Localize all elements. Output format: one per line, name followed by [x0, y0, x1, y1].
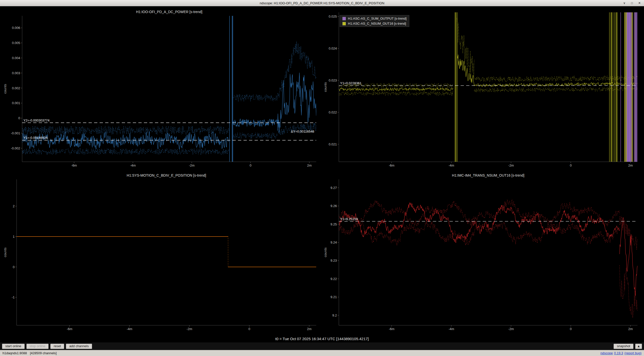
- svg-text:0: 0: [13, 265, 15, 269]
- chart-ioo-ofi-pd-a-dc-power[interactable]: 0.0060.0050.0040.0030.0020.0010-0.001-0.…: [3, 8, 321, 170]
- svg-text:9.22: 9.22: [331, 277, 337, 281]
- svg-text:-6m: -6m: [67, 327, 72, 331]
- stop-online-button[interactable]: stop online: [26, 344, 49, 349]
- svg-text:0.006: 0.006: [12, 26, 20, 30]
- svg-text:9.23: 9.23: [331, 259, 337, 262]
- svg-text:counts: counts: [3, 247, 7, 257]
- svg-text:-2m: -2m: [508, 164, 514, 167]
- svg-text:-0.001: -0.001: [11, 131, 20, 135]
- svg-text:H1:IOO-OFI_PD_A_DC_POWER [s-tr: H1:IOO-OFI_PD_A_DC_POWER [s-trend]: [136, 10, 203, 14]
- svg-text:counts: counts: [324, 247, 327, 257]
- chart-imc-im4-trans-nsum-out16[interactable]: 9.279.269.259.249.239.229.219.2-6m-4m-2m…: [323, 172, 641, 334]
- svg-text:0.022: 0.022: [329, 110, 337, 114]
- svg-text:0.021: 0.021: [329, 142, 337, 146]
- svg-text:1: 1: [13, 235, 15, 239]
- svg-text:9.25: 9.25: [331, 222, 337, 226]
- t0-row: t0 = Tue Oct 07 2025 16:34:47 UTC [14438…: [0, 335, 644, 342]
- nds-server-label: h1daqnds1:8088: [3, 351, 27, 355]
- status-left: h1daqnds1:8088 [428509 channels]: [3, 351, 57, 355]
- svg-text:Y2=-0.000303774: Y2=-0.000303774: [23, 118, 50, 122]
- svg-text:-2m: -2m: [508, 327, 514, 331]
- svg-text:0: 0: [250, 164, 251, 167]
- svg-text:-0.002: -0.002: [11, 146, 20, 150]
- plot-panel-asc-as-c: 0.0250.0240.0230.0220.021-6m-4m-2m02mcou…: [323, 8, 641, 170]
- svg-text:0.002: 0.002: [12, 86, 20, 90]
- add-channels-button[interactable]: add channels: [66, 344, 92, 349]
- svg-text:2m: 2m: [307, 164, 312, 167]
- svg-text:ΔY=0.00116548: ΔY=0.00116548: [291, 130, 314, 133]
- svg-text:counts: counts: [324, 82, 327, 92]
- report-bug-link[interactable]: (report bug): [624, 351, 641, 355]
- svg-text:-6m: -6m: [71, 164, 77, 167]
- svg-text:9.24: 9.24: [331, 241, 337, 244]
- svg-text:9.21: 9.21: [331, 295, 337, 299]
- svg-text:0: 0: [18, 116, 20, 120]
- status-bar: h1daqnds1:8088 [428509 channels] ndscope…: [0, 350, 644, 356]
- svg-text:0.005: 0.005: [12, 41, 20, 45]
- window-title: ndscope: H1:IOO-OFI_PD_A_DC_POWER H1:SYS…: [260, 1, 384, 5]
- svg-text:9.27: 9.27: [331, 186, 337, 190]
- svg-text:-2m: -2m: [187, 327, 192, 331]
- svg-text:-4m: -4m: [449, 164, 454, 167]
- svg-text:-1: -1: [12, 295, 15, 299]
- svg-text:Y1=-0.00146926: Y1=-0.00146926: [23, 136, 48, 140]
- svg-text:0.001: 0.001: [12, 101, 20, 105]
- chart-sys-motion-c-bdiv-e-position[interactable]: 210-1-6m-4m-2m02mH1:SYS-MOTION_C_BDIV_E_…: [3, 172, 321, 334]
- reset-button[interactable]: reset: [50, 344, 64, 349]
- maximize-icon[interactable]: □: [630, 2, 634, 5]
- legend-item: H1:ASC-AS_C_SUM_OUTPUT [s-trend]: [342, 17, 407, 20]
- ndscope-link[interactable]: ndscope: [600, 351, 613, 355]
- close-icon[interactable]: ✕: [637, 2, 641, 5]
- plot-panel-sys-motion-c-bdiv-e-position: 210-1-6m-4m-2m02mH1:SYS-MOTION_C_BDIV_E_…: [3, 172, 321, 334]
- svg-text:0.025: 0.025: [329, 15, 337, 18]
- svg-text:-4m: -4m: [127, 327, 132, 331]
- svg-text:2m: 2m: [307, 327, 311, 331]
- channel-count-label: [428509 channels]: [30, 351, 57, 355]
- svg-text:counts: counts: [3, 84, 7, 94]
- svg-text:0.003: 0.003: [12, 71, 20, 75]
- legend-label: H1:ASC-AS_C_NSUM_OUT16 [s-trend]: [348, 22, 406, 25]
- svg-text:0: 0: [570, 164, 572, 167]
- svg-text:-4m: -4m: [130, 164, 136, 167]
- svg-text:0.023: 0.023: [329, 78, 337, 82]
- legend-item: H1:ASC-AS_C_NSUM_OUT16 [s-trend]: [342, 22, 407, 25]
- svg-text:Y1=9.25159: Y1=9.25159: [340, 217, 358, 221]
- minimize-icon[interactable]: ∨: [622, 2, 626, 5]
- legend-swatch-purple-icon: [342, 17, 346, 20]
- plot-panel-imc-im4-trans-nsum-out16: 9.279.269.259.249.239.229.219.2-6m-4m-2m…: [323, 172, 641, 334]
- expand-panel-button[interactable]: ▲: [635, 344, 642, 349]
- svg-text:H1:IMC-IM4_TRANS_NSUM_OUT16 [s: H1:IMC-IM4_TRANS_NSUM_OUT16 [s-trend]: [452, 173, 525, 177]
- svg-text:0.004: 0.004: [12, 56, 20, 60]
- window-controls: ∨ □ ✕: [622, 0, 641, 6]
- svg-text:2m: 2m: [628, 164, 633, 167]
- plot-panel-ioo-ofi-pd-a-dc-power: 0.0060.0050.0040.0030.0020.0010-0.001-0.…: [3, 8, 321, 170]
- svg-text:-6m: -6m: [389, 164, 394, 167]
- svg-text:Y1=0.0228361: Y1=0.0228361: [340, 81, 361, 85]
- bottom-toolbar: start online stop online reset add chann…: [0, 342, 644, 350]
- plot-legend[interactable]: H1:ASC-AS_C_SUM_OUTPUT [s-trend] H1:ASC-…: [340, 15, 409, 27]
- t0-label: t0 = Tue Oct 07 2025 16:34:47 UTC [14438…: [275, 337, 369, 341]
- legend-swatch-yellow-icon: [342, 22, 346, 25]
- chart-asc-as-c[interactable]: 0.0250.0240.0230.0220.021-6m-4m-2m02mcou…: [323, 8, 641, 170]
- svg-text:0: 0: [570, 327, 572, 331]
- svg-text:2m: 2m: [628, 327, 633, 331]
- svg-text:-4m: -4m: [449, 327, 454, 331]
- svg-text:-6m: -6m: [389, 327, 394, 331]
- svg-text:9.26: 9.26: [331, 204, 337, 208]
- svg-text:0: 0: [248, 327, 250, 331]
- window-titlebar: ndscope: H1:IOO-OFI_PD_A_DC_POWER H1:SYS…: [0, 0, 644, 6]
- svg-text:-2m: -2m: [189, 164, 194, 167]
- svg-text:2: 2: [13, 204, 15, 208]
- plot-grid: 0.0060.0050.0040.0030.0020.0010-0.001-0.…: [0, 6, 644, 335]
- status-right: ndscope 0.19.3 (report bug): [600, 351, 641, 355]
- legend-label: H1:ASC-AS_C_SUM_OUTPUT [s-trend]: [348, 17, 407, 20]
- snapshot-button[interactable]: snapshot: [614, 344, 633, 349]
- start-online-button[interactable]: start online: [2, 344, 25, 349]
- svg-text:H1:SYS-MOTION_C_BDIV_E_POSITIO: H1:SYS-MOTION_C_BDIV_E_POSITION [s-trend…: [127, 173, 206, 177]
- svg-text:9.2: 9.2: [332, 313, 337, 317]
- triangle-up-icon: ▲: [637, 344, 640, 348]
- version-label: 0.19.3: [614, 351, 623, 355]
- svg-text:0.024: 0.024: [329, 47, 337, 50]
